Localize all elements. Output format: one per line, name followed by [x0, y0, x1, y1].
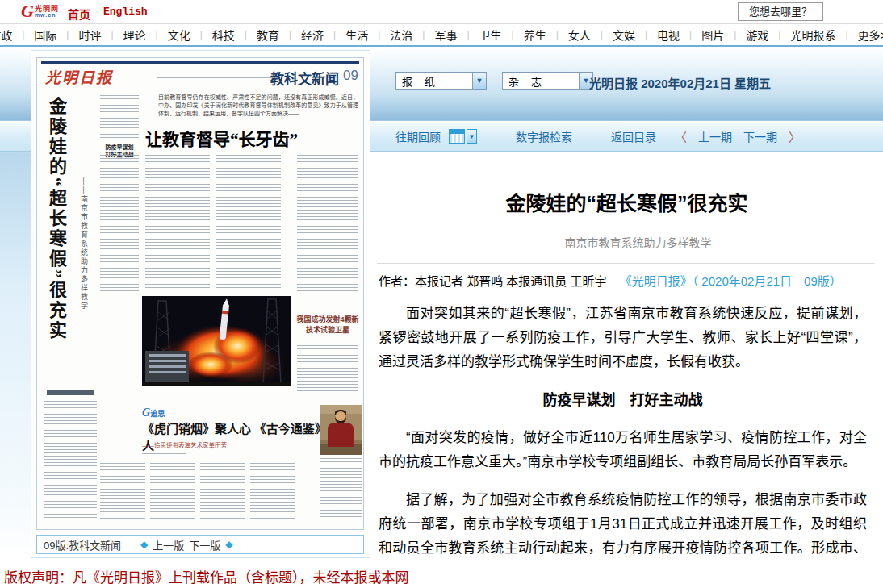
newspaper-text-column — [100, 463, 145, 519]
nav-item-17[interactable]: 图片 — [701, 27, 724, 43]
nav-separator: | — [689, 29, 692, 40]
nav-separator: | — [734, 29, 736, 40]
prev-page-icon[interactable]: ◆ — [140, 539, 148, 550]
headline-supervision: 让教育督导“长牙齿” — [145, 126, 358, 150]
article-source: 《光明日报》（ 2020年02月21日 09版） — [620, 274, 842, 288]
prev-issue-arrow-icon[interactable]: 〈 — [675, 128, 687, 145]
next-page-icon[interactable]: ◆ — [225, 539, 232, 550]
nav-item-8[interactable]: 经济 — [301, 27, 324, 43]
nav-item-7[interactable]: 教育 — [257, 27, 279, 43]
past-issues-link[interactable]: 往期回顾 — [395, 128, 441, 144]
newspaper-text-column — [297, 155, 358, 296]
nav-separator: | — [512, 29, 514, 40]
gmw-logo[interactable]: G 光明网 mw.cn — [21, 2, 59, 20]
goto-select[interactable]: 您想去哪里？ — [738, 2, 823, 21]
main-area: 报 纸 ▼ 杂 志 ▼ 光明日报 2020年02月21日 星期五 往期回顾 ▼ … — [0, 47, 883, 587]
nav-separator: | — [245, 29, 247, 40]
gmw-logo-text: 光明网 mw.cn — [35, 6, 59, 20]
newspaper-text-column — [145, 155, 210, 290]
nav-item-10[interactable]: 法治 — [390, 27, 412, 43]
storyteller-portrait-photo — [320, 405, 362, 455]
nav-item-2[interactable]: 国际 — [34, 27, 56, 43]
newspaper-select[interactable]: 报 纸 ▼ — [395, 72, 487, 90]
rocket-launch-photo — [142, 296, 291, 386]
next-issue-link[interactable]: 下一期 — [743, 128, 777, 144]
nav-separator: | — [845, 29, 847, 40]
main-nav: 时政|国际|时评|理论|文化|科技|教育|经济|生活|法治|军事|卫生|养生|女… — [0, 24, 883, 45]
nav-item-18[interactable]: 游戏 — [746, 27, 768, 43]
nav-item-6[interactable]: 科技 — [212, 27, 235, 43]
nav-item-1[interactable]: 时政 — [0, 27, 12, 43]
prev-page-link[interactable]: 上一版 — [153, 537, 184, 553]
nav-separator: | — [422, 29, 425, 40]
nav-separator: | — [66, 29, 69, 40]
leadin-text: 目前教育督导仍存在权威性、严肃性不足的问题，还没有真正形成威慑。近日，中办、国办… — [158, 94, 358, 118]
english-link[interactable]: English — [103, 6, 148, 18]
nav-item-20[interactable]: 更多>> — [858, 27, 883, 43]
calendar-icon[interactable] — [449, 129, 465, 144]
masthead-rule — [41, 61, 359, 64]
digital-search-link[interactable]: 数字报检索 — [516, 128, 572, 144]
vertical-article-title: 金陵娃的“超长寒假”很充实 — [42, 97, 69, 411]
newspaper-section-title: 教科文新闻 — [270, 68, 339, 88]
article-paragraph: “面对突发的疫情，做好全市近110万名师生居家学习、疫情防控工作，对全市的抗疫工… — [379, 426, 867, 474]
calendar-picker[interactable]: ▼ — [449, 129, 477, 144]
newspaper-text-column — [150, 463, 195, 519]
newspaper-text-column — [250, 463, 295, 519]
nav-item-11[interactable]: 军事 — [434, 27, 457, 43]
nav-separator: | — [289, 29, 291, 40]
nav-item-19[interactable]: 光明报系 — [790, 27, 835, 43]
nav-item-4[interactable]: 理论 — [123, 27, 146, 43]
next-issue-arrow-icon[interactable]: 〉 — [789, 128, 801, 145]
newspaper-text-column — [44, 401, 97, 518]
newspaper-text-column — [216, 155, 281, 290]
article-body: 面对突如其来的“超长寒假”，江苏省南京市教育系统快速反应，提前谋划，紧锣密鼓地开… — [379, 302, 867, 588]
article-divider — [377, 263, 875, 264]
home-link[interactable]: 首页 — [68, 6, 90, 22]
nav-separator: | — [22, 29, 24, 40]
nav-item-12[interactable]: 卫生 — [479, 27, 502, 43]
nav-item-9[interactable]: 生活 — [345, 27, 368, 43]
issue-pager: 〈 上一期 下一期 〉 — [675, 128, 801, 145]
magazine-select[interactable]: 杂 志 ▼ — [502, 72, 593, 90]
newspaper-text-column — [200, 463, 245, 519]
newspaper-text-column — [157, 77, 278, 81]
newspaper-text-column — [320, 458, 362, 462]
newspaper-text-column — [320, 468, 362, 518]
prev-issue-link[interactable]: 上一期 — [698, 128, 732, 144]
nav-item-13[interactable]: 养生 — [524, 27, 546, 43]
nav-separator: | — [645, 29, 647, 40]
nav-item-5[interactable]: 文化 — [168, 27, 190, 43]
chevron-down-icon[interactable]: ▼ — [472, 73, 486, 89]
newspaper-text-column — [142, 453, 186, 457]
column-logo: G追思 — [142, 405, 165, 419]
back-to-toc-link[interactable]: 返回目录 — [611, 128, 656, 144]
nav-separator: | — [778, 29, 780, 40]
newspaper-mini-heading-bar — [47, 390, 94, 395]
article-section-heading: 防疫早谋划 打好主动战 — [379, 388, 867, 409]
nav-item-3[interactable]: 时评 — [78, 27, 101, 43]
nav-separator: | — [111, 29, 113, 40]
nav-item-16[interactable]: 电视 — [657, 27, 680, 43]
nav-item-14[interactable]: 女人 — [568, 27, 591, 43]
top-bar: G 光明网 mw.cn 首页 English 您想去哪里？ — [0, 0, 883, 24]
headline-memorial-subtitle: ——追思评书表演艺术家单田芳 — [142, 440, 320, 449]
page-bar-label: 09版:教科文新闻 — [44, 537, 121, 553]
newspaper-page-thumbnail[interactable]: 光明日报 教科文新闻 09 金陵娃的“超长寒假”很充实 ——南京市教育系统助力多… — [36, 57, 364, 530]
copyright-notice: 版权声明：凡《光明日报》上刊载作品（含标题），未经本报或本网 — [4, 566, 409, 586]
nav-separator: | — [200, 29, 203, 40]
newspaper-text-column — [297, 345, 358, 394]
current-issue-date: 光明日报 2020年02月21日 星期五 — [589, 74, 771, 91]
nav-separator: | — [601, 29, 603, 40]
headline-satellite: 我国成功发射4颗新技术试验卫星 — [294, 315, 362, 336]
newspaper-text-column — [100, 155, 139, 294]
nav-separator: | — [467, 29, 469, 40]
nav-item-15[interactable]: 文娱 — [613, 27, 635, 43]
nav-separator: | — [378, 29, 380, 40]
newspaper-text-column — [100, 95, 139, 140]
gmw-logo-g: G — [21, 2, 34, 20]
calendar-dropdown-icon[interactable]: ▼ — [467, 129, 477, 144]
nav-separator: | — [333, 29, 336, 40]
next-page-link[interactable]: 下一版 — [189, 537, 220, 553]
newspaper-page-number: 09 — [343, 68, 358, 84]
